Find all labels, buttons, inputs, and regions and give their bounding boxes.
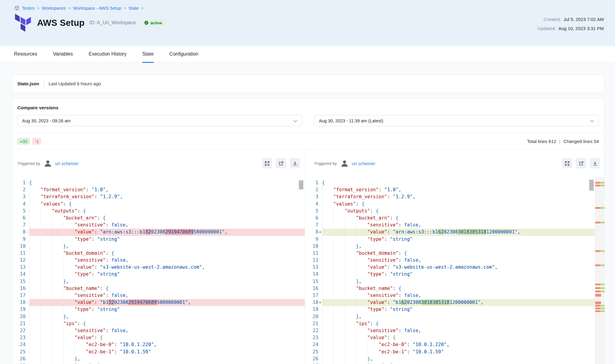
tab-configuration[interactable]: Configuration [169,46,198,63]
tab-state[interactable]: State [142,46,154,63]
indent-guide [345,292,356,299]
open-external-button[interactable] [576,158,586,168]
indent-guide [63,257,74,264]
code-line: 21"ips": { [12,320,305,327]
line-number: 19 [12,306,26,313]
line-number: 27 [305,362,318,364]
indent-guide [63,222,74,229]
download-button[interactable] [590,158,600,168]
expand-button[interactable] [262,158,272,168]
indent-guide [333,264,344,271]
diff-sign [318,201,322,208]
indent-guide [322,264,333,271]
diff-sign [26,349,29,355]
indent-guide [52,264,63,271]
diff-sign [26,243,29,250]
line-number: 14 [12,271,26,278]
person-icon [340,159,349,168]
indent-guide [40,362,52,364]
version-select-right[interactable]: Aug 30, 2023 - 11:39 am (Latest) [314,115,599,126]
download-button[interactable] [290,158,300,168]
line-content: "ips": { [322,320,605,327]
terraform-logo-icon [15,13,32,32]
indent-guide [40,355,52,362]
triggered-by-user-link[interactable]: uri scheiner [55,161,79,166]
summary-separator: | [559,139,560,144]
breadcrumb-link[interactable]: Workspace - AWS Setup [73,6,121,11]
code-line: 4"values": { [12,201,305,208]
line-number: 16 [305,285,318,292]
code-line: 19"type": "string" [12,306,305,313]
line-content: "type": "string" [322,306,605,313]
indent-guide [29,222,40,229]
indent-guide [345,257,356,264]
scrollbar-thumb[interactable] [589,180,594,191]
diff-sign [26,334,29,341]
breadcrumb-link[interactable]: Testim [22,6,35,11]
code-line: 1{ [12,179,305,186]
indent-guide [63,271,74,278]
diff-sign [318,327,322,334]
diff-sign [26,320,29,327]
indent-guide [29,264,40,271]
download-icon [292,161,298,166]
chevron-down-icon [590,118,594,123]
code-line: 22"sensitive": false, [12,327,305,334]
workspace-id: ID: A_Uri_Workspace [89,20,136,26]
diff-sign [26,362,29,364]
indent-guide [29,215,40,222]
indent-guide [367,349,378,355]
line-content: "type": "string" [29,271,305,278]
line-content: "sensitive": false, [322,292,605,299]
indent-guide [356,236,367,243]
expand-button[interactable] [562,158,572,168]
diff-sign [318,243,322,250]
line-content: "bucket_name": { [322,285,605,292]
indent-guide [345,349,356,355]
diff-sign [318,215,322,222]
breadcrumb-link[interactable]: State [128,6,139,11]
tab-variables[interactable]: Variables [53,46,73,63]
indent-guide [356,306,367,313]
breadcrumb-link[interactable]: Workspaces [42,6,66,11]
line-number: 9 [12,236,26,243]
indent-guide [52,349,63,355]
indent-guide [40,306,52,313]
pane-header-left: Triggered by uri scheiner [12,150,305,177]
indent-guide [356,327,367,334]
line-content: "sensitive": false, [29,292,305,299]
indent-guide [322,222,333,229]
lines-summary: Total lines 612|Changed lines 54 [527,139,599,144]
indent-guide [52,222,63,229]
code-line: 13"value": "s3-website-us-west-2.amazona… [12,264,305,271]
indent-guide [345,362,356,364]
triggered-by-label: Triggered by [314,161,337,166]
code-line: 16"bucket_name": { [305,285,605,292]
line-number: 12 [12,257,26,264]
indent-guide [40,278,52,285]
check-circle-icon [144,21,149,25]
indent-guide [52,313,63,320]
diff-sign [318,193,322,200]
line-number: 22 [12,327,26,334]
triggered-by-user-link[interactable]: uri scheiner [352,161,375,166]
indent-guide [40,292,52,299]
indent-guide [322,362,333,364]
diff-sign: + [318,299,322,306]
indent-guide [322,299,333,306]
line-content: "bucket_arn": { [29,215,305,222]
open-external-button[interactable] [276,158,286,168]
indent-guide [356,355,367,362]
version-select-left[interactable]: Aug 30, 2023 - 09:26 am [17,115,302,126]
tab-resources[interactable]: Resources [14,46,37,63]
compare-card: Compare versions Aug 30, 2023 - 09:26 am… [12,98,604,364]
status-text: active [150,21,162,25]
code-line: 15}, [12,278,305,285]
scrollbar-thumb[interactable] [299,180,303,189]
line-number: 5 [12,208,26,215]
code-line: 19"type": "string" [305,306,605,313]
code-line: 13"value": "s3-website-us-west-2.amazona… [305,264,605,271]
line-content: "value": "s3-website-us-west-2.amazonaws… [322,264,605,271]
tab-execution-history[interactable]: Execution History [89,46,127,63]
code-line: 20}, [305,313,605,320]
